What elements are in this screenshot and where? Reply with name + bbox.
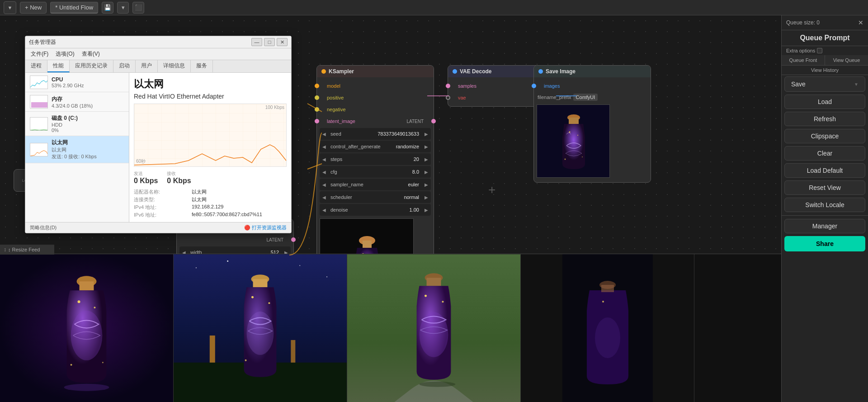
perf-disk[interactable]: 磁盘 0 (C:) HDD 0% <box>25 112 129 136</box>
ksampler-header: KSampler <box>317 66 434 77</box>
extra-options-row: Extra options <box>782 46 868 55</box>
sampler-right-arrow[interactable]: ▶ <box>422 179 431 190</box>
screenshot-icon[interactable]: ⬛ <box>132 2 144 14</box>
view-history-button[interactable]: View History <box>782 66 868 75</box>
reset-view-button[interactable]: Reset View <box>784 180 865 195</box>
svg-point-19 <box>78 300 80 303</box>
extra-options-checkbox[interactable] <box>817 48 822 53</box>
queue-front-button[interactable]: Queue Front <box>782 55 825 65</box>
steps-left-arrow[interactable]: ◀ <box>320 153 329 165</box>
perf-cpu[interactable]: CPU 53% 2.90 GHz <box>25 73 129 92</box>
seed-widget[interactable]: ◀ seed 783373649013633 ▶ <box>320 128 431 140</box>
dropdown-icon[interactable]: ▾ <box>117 2 129 14</box>
svg-rect-47 <box>601 285 614 292</box>
cag-left-arrow[interactable]: ◀ <box>320 141 329 152</box>
denoise-left-arrow[interactable]: ◀ <box>320 204 329 216</box>
app-logo[interactable]: ▼ <box>4 1 16 14</box>
close-panel-button[interactable]: ✕ <box>858 19 863 26</box>
queue-sub-buttons: Queue Front View Queue <box>782 55 868 66</box>
cfg-left-arrow[interactable]: ◀ <box>320 166 329 178</box>
cpu-mini-chart <box>30 76 48 89</box>
save-icon[interactable]: 💾 <box>102 2 113 14</box>
queue-size-label: Queue size: 0 <box>786 19 820 26</box>
maximize-button[interactable]: □ <box>264 38 275 46</box>
cag-right-arrow[interactable]: ▶ <box>422 141 431 152</box>
negative-port-in[interactable] <box>315 107 319 112</box>
brief-info-link[interactable]: 简略信息(D) <box>30 224 57 231</box>
svg-point-44 <box>420 382 456 387</box>
positive-port-in[interactable] <box>315 95 319 100</box>
scheduler-widget[interactable]: ◀ scheduler normal ▶ <box>320 191 431 203</box>
menu-view[interactable]: 查看(V) <box>78 49 104 59</box>
tab-app-history[interactable]: 应用历史记录 <box>70 60 113 72</box>
window-controls: — □ ✕ <box>251 38 288 46</box>
images-port-in[interactable] <box>532 84 536 88</box>
seed-right-arrow[interactable]: ▶ <box>422 128 431 140</box>
close-button[interactable]: ✕ <box>277 38 288 46</box>
tab-processes[interactable]: 进程 <box>25 60 47 72</box>
scheduler-left-arrow[interactable]: ◀ <box>320 191 329 203</box>
denoise-right-arrow[interactable]: ▶ <box>422 204 431 216</box>
manager-button[interactable]: Manager <box>784 219 865 233</box>
canvas-area[interactable]: Lo... CONDITIONING CONDITIONING KSampler… <box>0 15 868 402</box>
filename-prefix-row: filename_prefix ComfyUI <box>534 92 651 103</box>
svg-rect-30 <box>210 336 215 363</box>
resize-feed-bar[interactable]: ↕ ↕ Resize Feed <box>0 245 54 255</box>
cfg-widget[interactable]: ◀ cfg 8.0 ▶ <box>320 166 431 178</box>
view-queue-button[interactable]: View Queue <box>825 55 868 65</box>
menu-file[interactable]: 文件(F) <box>27 49 52 59</box>
ksampler-input-latent: latent_image LATENT <box>317 115 434 127</box>
scheduler-right-arrow[interactable]: ▶ <box>422 191 431 203</box>
latent-out-port[interactable] <box>291 237 296 242</box>
menu-options[interactable]: 选项(O) <box>52 49 78 59</box>
control-after-generate-widget[interactable]: ◀ control_after_generate randomize ▶ <box>320 141 431 152</box>
latent-port-out[interactable] <box>431 119 436 123</box>
ksampler-input-negative: negative <box>317 104 434 115</box>
perf-memory[interactable]: 内存 4.3/24.0 GB (18%) <box>25 92 129 112</box>
minimize-button[interactable]: — <box>251 38 262 46</box>
open-resource-monitor-link[interactable]: 🔴 打开资源监视器 <box>244 224 287 231</box>
vae-port-in[interactable] <box>446 95 450 100</box>
ksampler-input-positive: positive <box>317 92 434 104</box>
new-button[interactable]: + New <box>20 2 47 14</box>
tab-startup[interactable]: 启动 <box>113 60 136 72</box>
steps-widget[interactable]: ◀ steps 20 ▶ <box>320 153 431 165</box>
samples-port-in[interactable] <box>446 84 450 88</box>
steps-right-arrow[interactable]: ▶ <box>422 153 431 165</box>
save-input-images: images <box>534 80 651 92</box>
clear-button[interactable]: Clear <box>784 146 865 161</box>
svg-point-43 <box>442 301 443 303</box>
resize-feed-icon: ↕ <box>4 246 6 253</box>
task-manager-menu: 文件(F) 选项(O) 查看(V) <box>25 48 291 60</box>
cfg-right-arrow[interactable]: ▶ <box>422 166 431 178</box>
seed-left-arrow[interactable]: ◀ <box>320 128 329 140</box>
refresh-button[interactable]: Refresh <box>784 112 865 126</box>
share-button[interactable]: Share <box>784 236 865 251</box>
task-manager-window: 任务管理器 — □ ✕ 文件(F) 选项(O) 查看(V) 进程 性能 应用历史… <box>25 36 292 233</box>
task-manager-footer: 简略信息(D) 🔴 打开资源监视器 <box>25 222 291 233</box>
tab-services[interactable]: 服务 <box>191 60 213 72</box>
latent-output-row: LATENT <box>177 234 293 246</box>
current-tab[interactable]: * Untitled Flow <box>50 2 98 14</box>
load-button[interactable]: Load <box>784 95 865 109</box>
tab-details[interactable]: 详细信息 <box>158 60 191 72</box>
save-button[interactable]: Save ▼ <box>784 76 865 92</box>
save-image-header: Save Image <box>534 66 651 77</box>
sampler-left-arrow[interactable]: ◀ <box>320 179 329 190</box>
tab-performance[interactable]: 性能 <box>47 60 70 72</box>
switch-locale-button[interactable]: Switch Locale <box>784 198 865 212</box>
svg-rect-8 <box>569 118 579 124</box>
bottom-image-strip <box>0 254 781 402</box>
tab-users[interactable]: 用户 <box>136 60 158 72</box>
load-default-button[interactable]: Load Default <box>784 163 865 178</box>
adapter-details: 适配器名称:以太网 连接类型:以太网 IPv4 地址:192.168.2.129… <box>134 189 287 218</box>
svg-point-42 <box>425 295 427 297</box>
perf-ethernet[interactable]: 以太网 以太网 发送: 0 接收: 0 Kbps <box>25 136 129 163</box>
denoise-widget[interactable]: ◀ denoise 1.00 ▶ <box>320 204 431 216</box>
clipspace-button[interactable]: Clipspace <box>784 129 865 143</box>
model-port-in[interactable] <box>315 84 319 88</box>
sampler-name-widget[interactable]: ◀ sampler_name euler ▶ <box>320 179 431 190</box>
bottom-image-2 <box>347 254 521 402</box>
performance-list: CPU 53% 2.90 GHz 内存 4.3/24.0 GB (18%) <box>25 73 129 222</box>
latent-image-port-in[interactable] <box>315 119 319 123</box>
